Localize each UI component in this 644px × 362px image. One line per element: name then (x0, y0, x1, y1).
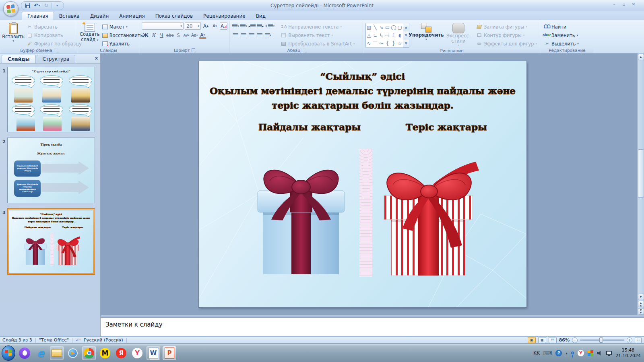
numbering-button[interactable]: ▾ (240, 22, 248, 30)
character-spacing-button[interactable]: AV▾ (183, 31, 190, 39)
taskbar-yandex-icon[interactable]: Я (114, 346, 128, 360)
office-button[interactable] (3, 1, 19, 16)
find-button[interactable]: ᗝᗝ Найти (543, 23, 580, 31)
underline-button[interactable]: Ч (158, 31, 165, 39)
tab-design[interactable]: Дизайн (85, 12, 114, 20)
clear-formatting-button[interactable]: A◢ (220, 22, 227, 30)
scroll-up-icon[interactable]: ▲ (638, 54, 644, 60)
language-indicator[interactable]: Русский (Россия) (84, 337, 123, 343)
zoom-slider-thumb[interactable] (599, 337, 603, 343)
decrease-indent-button[interactable]: ◂ (248, 22, 256, 30)
volume-icon[interactable] (597, 351, 603, 356)
taskbar-powerpoint-icon-active[interactable]: P (163, 346, 176, 360)
previous-slide-button[interactable]: ▲▲ (638, 301, 644, 307)
slide-sorter-button[interactable]: ▦ (538, 337, 546, 343)
copy-button[interactable]: Копировать (25, 31, 83, 39)
taskbar-alice-icon[interactable] (18, 346, 31, 360)
delete-slide-button[interactable]: ✕ Удалить (101, 40, 144, 47)
panel-close-icon[interactable]: x (95, 56, 98, 61)
network-icon[interactable] (606, 351, 612, 355)
align-text-button[interactable]: Выровнять текст▾ (279, 31, 356, 39)
taskbar-internet-explorer-icon[interactable]: e (34, 346, 47, 360)
taskbar-file-explorer-icon[interactable] (50, 346, 64, 360)
shapes-gallery[interactable]: ▤╲↘▭◯▢ △∟↳⇨⇩◖ ∿⌒〜{}☆ ▲ ▼ ▼̲ (365, 23, 409, 48)
zoom-in-button[interactable]: + (627, 337, 632, 343)
slideshow-button[interactable]: 🗖 (549, 337, 557, 343)
slide-thumbnail-1[interactable]: 1 “Суреттер сөйлейді” (1, 67, 99, 132)
red-striped-gift-box-image[interactable] (372, 149, 488, 278)
taskbar-chrome-icon[interactable] (82, 346, 96, 360)
left-column-header[interactable]: Пайдалы жақтары (247, 121, 372, 132)
tray-language-indicator[interactable]: KK (533, 350, 540, 356)
replace-button[interactable]: abac Заменить▾ (543, 31, 580, 39)
shape-effects-button[interactable]: Эффекты для фигур▾ (475, 40, 538, 47)
zoom-slider[interactable] (580, 339, 624, 341)
new-slide-button[interactable]: Создать слайд ▾ (80, 22, 100, 47)
zoom-percentage[interactable]: 86% (559, 337, 570, 343)
quick-styles-button[interactable]: Экспресс-стили ▾ (443, 22, 474, 48)
slide-thumbnail-2[interactable]: 2 Тірек сызба Жұптық жұмыс Оқылым мәтіні… (1, 138, 99, 203)
font-size-combo[interactable]: 20▾ (185, 22, 201, 30)
format-painter-button[interactable]: 🖌 Формат по образцу (25, 40, 83, 47)
line-spacing-button[interactable]: ↕▾ (264, 22, 275, 30)
show-hidden-icons-button[interactable]: ▴ (566, 351, 568, 355)
shapes-scroll-up-icon[interactable]: ▲ (403, 23, 409, 31)
strikethrough-button[interactable]: abe (166, 31, 174, 39)
normal-view-button[interactable]: ▣ (528, 337, 536, 343)
slide-thumbnail-3-selected[interactable]: 3 “Сыйлық” әдісі Оқылым мәтініндегі дема… (1, 208, 99, 275)
close-button[interactable]: ✕ (630, 2, 637, 7)
help-icon[interactable]: ? (555, 350, 562, 356)
taskbar-word-icon[interactable]: W (147, 346, 160, 360)
restore-button[interactable]: ▫ (621, 2, 627, 7)
taskbar-yandex-browser-icon[interactable]: Y (130, 346, 144, 360)
next-slide-button[interactable]: ▼▼ (638, 308, 644, 315)
align-center-button[interactable] (240, 31, 248, 39)
clipboard-dialog-launcher[interactable] (54, 49, 58, 52)
bold-button[interactable]: Ж (142, 31, 149, 39)
font-name-combo[interactable]: ▾ (142, 22, 184, 30)
tray-yandex-icon[interactable]: Y (578, 350, 584, 356)
vertical-scrollbar[interactable]: ▲ ▼ ▲▲ ▼▼ (637, 53, 644, 315)
slide-title-line2[interactable]: Оқылым мәтініндегі демалыс түрлерінің па… (199, 85, 526, 96)
tab-slides-thumbnails[interactable]: Слайды (2, 55, 36, 63)
taskbar-yandex-music-icon[interactable]: M (98, 346, 112, 360)
zoom-out-button[interactable]: − (572, 337, 578, 343)
italic-button[interactable]: К (150, 31, 157, 39)
minimize-button[interactable]: – (611, 2, 617, 7)
slide-title-line3[interactable]: теріс жақтарын бөліп жазыңдар. (199, 100, 526, 111)
scrollbar-thumb[interactable] (638, 149, 644, 197)
shapes-gallery-scrollbar[interactable]: ▲ ▼ ▼̲ (403, 23, 409, 47)
tab-animation[interactable]: Анимация (114, 12, 150, 20)
right-column-header[interactable]: Теріс жақтары (388, 121, 505, 132)
convert-smartart-button[interactable]: Преобразовать в SmartArt▾ (279, 40, 356, 47)
taskbar-media-player-icon[interactable]: ▶ (66, 346, 80, 360)
justify-button[interactable] (256, 31, 264, 39)
font-dialog-launcher[interactable] (192, 48, 195, 52)
shape-outline-button[interactable]: Контур фигуры▾ (475, 31, 538, 39)
shape-fill-button[interactable]: Заливка фигуры▾ (475, 23, 538, 31)
start-button[interactable] (2, 346, 15, 360)
arrange-button[interactable]: Упорядочить ▾ (411, 22, 442, 48)
key-icon[interactable] (571, 352, 574, 354)
tab-review[interactable]: Рецензирование (198, 12, 251, 20)
paste-button[interactable]: Вставить ▾ (2, 22, 24, 47)
tab-insert[interactable]: Вставка (54, 12, 85, 20)
change-case-button[interactable]: Aa▾ (191, 31, 198, 39)
grow-font-button[interactable]: A▲ (202, 22, 210, 30)
tab-outline[interactable]: Структура (37, 55, 75, 63)
tab-view[interactable]: Вид (251, 12, 271, 20)
paragraph-dialog-launcher[interactable] (302, 49, 305, 52)
slide-canvas[interactable]: “Сыйлық” әдісі Оқылым мәтініндегі демалы… (199, 61, 526, 307)
columns-button[interactable]: ▾ (264, 31, 272, 39)
shapes-scroll-down-icon[interactable]: ▼ (403, 31, 409, 39)
font-color-button[interactable]: А▾ (199, 32, 206, 39)
keyboard-layout-icon[interactable]: ⌨ (543, 350, 552, 357)
fit-to-window-button[interactable]: ⛶ (635, 337, 642, 343)
scrollbar-track[interactable] (638, 61, 644, 293)
blue-gift-box-image[interactable] (244, 146, 360, 278)
shapes-more-icon[interactable]: ▼̲ (403, 39, 409, 47)
cut-button[interactable]: ✂ Вырезать (25, 23, 83, 31)
tray-update-icon[interactable] (588, 350, 593, 356)
bullets-button[interactable]: ▾ (232, 22, 239, 30)
text-shadow-button[interactable]: S (175, 31, 182, 39)
